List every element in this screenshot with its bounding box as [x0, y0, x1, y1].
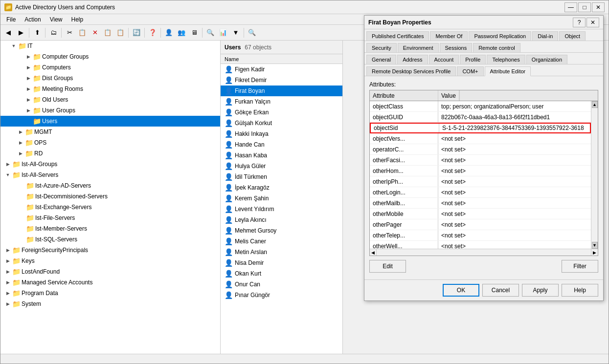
tree-item-it[interactable]: ▼ 📁 IT — [0, 41, 220, 51]
filter-options-button[interactable]: ▼ — [230, 27, 242, 39]
tree-item-azure[interactable]: 📁 Ist-Azure-AD-Servers — [0, 180, 220, 191]
expander-ist-all-servers[interactable]: ▼ — [4, 171, 11, 178]
tree-item-ops[interactable]: ▶ 📁 OPS — [0, 137, 220, 148]
list-item-fikret[interactable]: 👤Fikret Demir — [221, 75, 342, 86]
tree-item-program-data[interactable]: ▶ 📁 Program Data — [0, 288, 220, 299]
list-item-onur[interactable]: 👤Onur Can — [221, 279, 342, 290]
tree-item-decom[interactable]: 📁 Ist-Decommisioned-Servers — [0, 191, 220, 202]
up-button[interactable]: ⬆ — [31, 27, 43, 39]
attr-row-otherhom[interactable]: otherHom... <not set> — [370, 166, 591, 176]
list-item-metin[interactable]: 👤Metin Arslan — [221, 247, 342, 257]
tab-account[interactable]: Account — [429, 55, 459, 64]
tree-item-computers[interactable]: ▶ 📁 Computers — [0, 62, 220, 73]
new-user-button[interactable]: 👤 — [163, 27, 175, 39]
list-item-melis[interactable]: 👤Melis Caner — [221, 236, 342, 247]
ok-button[interactable]: OK — [443, 284, 479, 297]
expander-dist-groups[interactable]: ▶ — [25, 75, 32, 82]
tab-telephones[interactable]: Telephones — [487, 55, 525, 64]
attr-table-body[interactable]: objectClass top; person; organizationalP… — [370, 101, 591, 249]
dialog-help-btn[interactable]: ? — [573, 18, 586, 27]
attr-row-otheripph[interactable]: otherIpPh... <not set> — [370, 176, 591, 187]
help-action-button[interactable]: Help — [562, 284, 598, 297]
tree-item-mgmt[interactable]: ▶ 📁 MGMT — [0, 127, 220, 137]
tree-item-foreign[interactable]: ▶ 📁 ForeignSecurityPrincipals — [0, 245, 220, 256]
vscroll-down[interactable]: ▼ — [592, 242, 598, 249]
expander-keys[interactable]: ▶ — [4, 257, 11, 264]
tab-address[interactable]: Address — [397, 55, 428, 64]
filter-button[interactable]: 📊 — [217, 27, 229, 39]
show-hide-button[interactable]: 🗂 — [47, 27, 59, 39]
back-button[interactable]: ◀ — [2, 27, 14, 39]
tab-environment[interactable]: Environment — [398, 43, 439, 52]
expander-old-users[interactable]: ▶ — [25, 96, 32, 103]
list-items[interactable]: 👤Figen Kadir 👤Fikret Demir 👤Firat Boyan … — [221, 64, 342, 354]
attr-row-otherlogin[interactable]: otherLogin... <not set> — [370, 187, 591, 198]
attr-row-operatorc[interactable]: operatorC... <not set> — [370, 144, 591, 155]
tree-item-ist-all-groups[interactable]: ▶ 📁 Ist-All-Groups — [0, 159, 220, 170]
expander-meeting-rooms[interactable]: ▶ — [25, 86, 32, 92]
edit-button[interactable]: Edit — [369, 260, 406, 273]
attr-row-othermailb[interactable]: otherMailb... <not set> — [370, 198, 591, 209]
list-item-hulya[interactable]: 👤Hulya Güler — [221, 161, 342, 171]
expander-azure[interactable] — [18, 182, 25, 189]
tab-rdp[interactable]: Remote Desktop Services Profile — [366, 66, 456, 76]
apply-button[interactable]: Apply — [522, 284, 559, 297]
tree-item-keys[interactable]: ▶ 📁 Keys — [0, 256, 220, 266]
expander-rd[interactable]: ▶ — [17, 150, 24, 157]
tab-sessions[interactable]: Sessions — [440, 43, 473, 52]
tree-item-system[interactable]: ▶ 📁 System — [0, 299, 220, 309]
tree-item-managed[interactable]: ▶ 📁 Managed Service Accounts — [0, 277, 220, 288]
attr-row-objectguid[interactable]: objectGUID 822b067c-0aaa-46a3-8a13-66f2f… — [370, 112, 591, 123]
expander-user-groups[interactable]: ▶ — [25, 107, 32, 114]
filter-button[interactable]: Filter — [562, 260, 598, 273]
list-item-firat[interactable]: 👤Firat Boyan — [221, 86, 342, 96]
list-item-hande[interactable]: 👤Hande Can — [221, 139, 342, 150]
tab-com[interactable]: COM+ — [457, 66, 483, 76]
tree-item-user-groups[interactable]: ▶ 📁 User Groups — [0, 105, 220, 116]
cut-button[interactable]: ✂ — [64, 27, 75, 39]
attr-row-otherfacsi[interactable]: otherFacsi... <not set> — [370, 155, 591, 166]
tab-general[interactable]: General — [366, 55, 396, 64]
close-button[interactable]: ✕ — [592, 2, 605, 12]
tab-object[interactable]: Object — [559, 31, 586, 41]
expander-it[interactable]: ▼ — [10, 43, 17, 49]
tree-item-computer-groups[interactable]: ▶ 📁 Computer Groups — [0, 51, 220, 62]
attr-row-objectvers[interactable]: objectVers... <not set> — [370, 133, 591, 144]
help-button[interactable]: ❓ — [147, 27, 158, 39]
tree-item-rd[interactable]: ▶ 📁 RD — [0, 148, 220, 159]
attr-row-otherpager[interactable]: otherPager <not set> — [370, 219, 591, 230]
tab-profile[interactable]: Profile — [460, 55, 486, 64]
list-item-gokce[interactable]: 👤Gökçe Erkan — [221, 107, 342, 118]
tab-security[interactable]: Security — [366, 43, 397, 52]
list-item-furkan[interactable]: 👤Furkan Yalçın — [221, 96, 342, 107]
tree-item-meeting-rooms[interactable]: ▶ 📁 Meeting Rooms — [0, 84, 220, 94]
list-item-leyla[interactable]: 👤Leyla Akıncı — [221, 214, 342, 225]
list-item-kerem[interactable]: 👤Kerem Şahin — [221, 193, 342, 204]
expander-ops[interactable]: ▶ — [17, 139, 24, 146]
attr-row-othermobile[interactable]: otherMobile <not set> — [370, 209, 591, 219]
expander-member[interactable] — [18, 225, 25, 232]
expander-file[interactable] — [18, 214, 25, 221]
list-item-okan[interactable]: 👤Okan Kurt — [221, 268, 342, 279]
tab-organization[interactable]: Organization — [526, 55, 567, 64]
tab-published-certs[interactable]: Published Certificates — [366, 31, 429, 41]
list-item-hakki[interactable]: 👤Hakki Inkaya — [221, 128, 342, 139]
tree-item-sql[interactable]: 📁 Ist-SQL-Servers — [0, 234, 220, 245]
expander-users[interactable] — [25, 118, 32, 125]
expander-sql[interactable] — [18, 236, 25, 243]
tree-item-file[interactable]: 📁 Ist-File-Servers — [0, 213, 220, 223]
maximize-button[interactable]: □ — [578, 2, 591, 12]
expander-decom[interactable] — [18, 193, 25, 200]
menu-action[interactable]: Action — [21, 15, 45, 24]
attr-row-othertelep[interactable]: otherTelep... <not set> — [370, 230, 591, 241]
expander-lostandfound[interactable]: ▶ — [4, 268, 11, 275]
tree-item-old-users[interactable]: ▶ 📁 Old Users — [0, 94, 220, 105]
expander-program-data[interactable]: ▶ — [4, 290, 11, 297]
expander-exchange[interactable] — [18, 204, 25, 211]
find-button[interactable]: 🔍 — [204, 27, 216, 39]
tree-item-exchange[interactable]: 📁 Ist-Exchange-Servers — [0, 202, 220, 213]
expander-computer-groups[interactable]: ▶ — [25, 53, 32, 60]
dialog-close-btn[interactable]: ✕ — [586, 18, 599, 27]
search-button[interactable]: 🔍 — [246, 27, 258, 39]
forward-button[interactable]: ▶ — [15, 27, 27, 39]
